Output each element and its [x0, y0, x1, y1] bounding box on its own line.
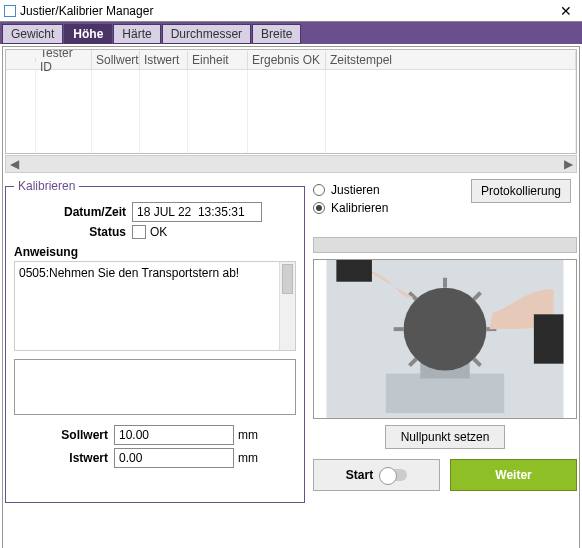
grid-header: Tester ID Sollwert Istwert Einheit Ergeb…: [6, 50, 576, 70]
justieren-radio[interactable]: [313, 184, 325, 196]
justieren-label: Justieren: [331, 183, 380, 197]
start-slider-icon: [379, 469, 407, 481]
col-istwert[interactable]: Istwert: [140, 51, 188, 69]
content-area: Tester ID Sollwert Istwert Einheit Ergeb…: [2, 46, 580, 548]
col-blank[interactable]: [6, 58, 36, 62]
window-title: Justier/Kalibrier Manager: [20, 4, 554, 18]
sollwert-input[interactable]: [114, 425, 234, 445]
sollwert-unit: mm: [238, 428, 258, 442]
col-sollwert[interactable]: Sollwert: [92, 51, 140, 69]
svg-rect-1: [386, 374, 505, 414]
tab-bar: Gewicht Höhe Härte Durchmesser Breite: [0, 22, 582, 44]
kalibrieren-radio-label: Kalibrieren: [331, 201, 388, 215]
status-checkbox[interactable]: [132, 225, 146, 239]
tab-durchmesser[interactable]: Durchmesser: [162, 24, 251, 44]
close-icon[interactable]: ✕: [554, 3, 578, 19]
col-ergebnis[interactable]: Ergebnis OK: [248, 51, 326, 69]
scroll-left-icon[interactable]: ◀: [6, 157, 22, 171]
transportstern-image: [314, 260, 576, 418]
tab-haerte[interactable]: Härte: [113, 24, 160, 44]
results-grid: Tester ID Sollwert Istwert Einheit Ergeb…: [5, 49, 577, 154]
svg-rect-12: [534, 314, 564, 363]
start-button[interactable]: Start: [313, 459, 440, 491]
istwert-unit: mm: [238, 451, 258, 465]
scroll-right-icon[interactable]: ▶: [560, 157, 576, 171]
anweisung-label: Anweisung: [14, 245, 296, 259]
sollwert-label: Sollwert: [14, 428, 114, 442]
status-ok-text: OK: [150, 225, 167, 239]
instruction-text: 0505:Nehmen Sie den Transportstern ab!: [19, 266, 239, 280]
kalibrieren-legend: Kalibrieren: [14, 179, 79, 193]
tab-breite[interactable]: Breite: [252, 24, 301, 44]
start-label: Start: [346, 468, 373, 482]
instruction-scrollbar[interactable]: [279, 262, 295, 350]
istwert-label: Istwert: [14, 451, 114, 465]
progress-bar: [313, 237, 577, 253]
svg-point-3: [404, 288, 487, 371]
grid-body: [6, 70, 576, 154]
app-icon: [4, 5, 16, 17]
result-list-box: [14, 359, 296, 415]
instruction-box: 0505:Nehmen Sie den Transportstern ab!: [14, 261, 296, 351]
protokollierung-button[interactable]: Protokollierung: [471, 179, 571, 203]
status-label: Status: [14, 225, 132, 239]
datum-label: Datum/Zeit: [14, 205, 132, 219]
nullpunkt-button[interactable]: Nullpunkt setzen: [385, 425, 505, 449]
svg-rect-11: [336, 260, 372, 282]
grid-hscrollbar[interactable]: ◀ ▶: [5, 155, 577, 173]
col-zeitstempel[interactable]: Zeitstempel: [326, 51, 576, 69]
col-einheit[interactable]: Einheit: [188, 51, 248, 69]
kalibrieren-group: Kalibrieren Datum/Zeit Status OK Anweisu…: [5, 179, 305, 503]
tab-hoehe[interactable]: Höhe: [64, 24, 112, 44]
weiter-button[interactable]: Weiter: [450, 459, 577, 491]
title-bar: Justier/Kalibrier Manager ✕: [0, 0, 582, 22]
datum-field[interactable]: [132, 202, 262, 222]
kalibrieren-radio[interactable]: [313, 202, 325, 214]
istwert-input[interactable]: [114, 448, 234, 468]
tab-gewicht[interactable]: Gewicht: [2, 24, 63, 44]
instruction-image: [313, 259, 577, 419]
